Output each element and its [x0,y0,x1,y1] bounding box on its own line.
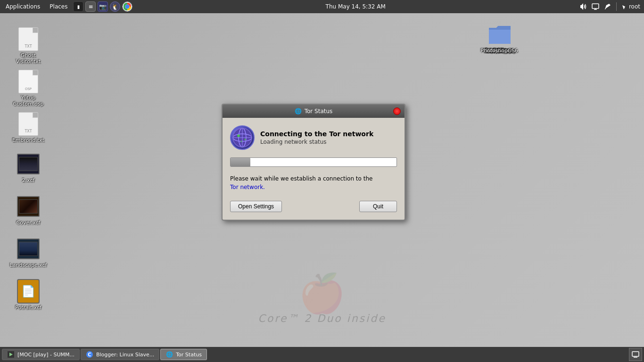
browser-panel-icon[interactable]: 🐧 [110,1,120,12]
panel-app-icons: ▮ ≡ 📷 🐧 [73,1,132,12]
potrait-icon: 📄 [17,280,40,303]
desktop-icon-yutup[interactable]: OSP Yutup Custom.osp [7,68,50,109]
dialog-message: Please wait while we establish a connect… [230,174,397,191]
terminal-panel-icon[interactable]: ▮ [73,1,83,12]
cover-label: Cover.xcf [17,220,41,226]
places-menu[interactable]: Places [46,2,71,11]
desktop: Applications Places ▮ ≡ 📷 🐧 [0,0,644,362]
dialog-status: Loading network status [260,139,373,145]
user-label: root [620,3,640,10]
dialog-header-row: Connecting to the Tor network Loading ne… [230,125,397,150]
svg-point-13 [244,139,246,140]
dialog-heading: Connecting to the Tor network [260,130,373,138]
embrond-label: Embrond.txt [12,137,44,143]
desktop-icon-cover[interactable]: Cover.xcf [7,193,50,228]
dialog-close-button[interactable] [393,107,401,115]
tor-status-dialog: 🌐 Tor Status [222,104,405,221]
taskbar-show-desktop[interactable] [629,348,642,361]
ghost-visitor-icon: TXT [17,28,40,50]
svg-rect-3 [592,4,599,8]
top-panel: Applications Places ▮ ≡ 📷 🐧 [0,0,644,13]
landscape-icon [17,238,40,260]
panel-separator [616,2,617,11]
moc-taskbar-icon [7,351,15,358]
progress-bar-container [230,157,397,167]
dialog-message-line1: Please wait while we establish a connect… [230,175,372,182]
blogger-taskbar-icon: C [86,351,93,358]
svg-point-12 [237,134,240,137]
applications-menu[interactable]: Applications [2,2,44,11]
yutup-label: Yutup Custom.osp [9,95,48,107]
open-settings-button[interactable]: Open Settings [230,201,282,212]
svg-point-2 [126,5,129,8]
panel-datetime: Thu May 14, 5:32 AM [132,3,578,10]
svg-text:C: C [88,352,91,357]
dialog-buttons: Open Settings Quit [230,201,397,212]
taskbar-item-blogger[interactable]: C Blogger: Linux Slave... [81,349,159,360]
dialog-title: 🌐 Tor Status [234,108,393,115]
potrait-label: Potrait.xcf [15,304,41,311]
taskbar: [MOC [play] - SUMM... C Blogger: Linux S… [0,347,644,362]
desktop-icon-landscape[interactable]: Landscape.xcf [7,236,50,270]
volume-icon[interactable] [578,2,588,11]
dialog-body: Connecting to the Tor network Loading ne… [223,118,405,220]
pen-icon[interactable] [603,2,612,11]
blogger-taskbar-label: Blogger: Linux Slave... [96,352,154,358]
svg-rect-19 [632,352,639,356]
files-panel-icon[interactable]: ≡ [85,1,96,12]
taskbar-item-moc[interactable]: [MOC [play] - SUMM... [2,349,80,360]
tor-globe-icon [230,125,255,150]
tor-taskbar-icon: 🌐 [165,351,173,358]
desktop-icon-photoshopcs6[interactable]: PhotoshopCS6 [478,21,520,56]
photoshop-folder-icon [488,23,511,46]
tor-taskbar-label: Tor Status [176,352,202,358]
watermark-tagline: Core™ 2 Duo inside [258,313,386,324]
desktop-watermark: 🍎 Core™ 2 Duo inside [258,275,386,324]
desktop-icon-embrond[interactable]: TXT Embrond.txt [7,111,50,145]
panel-left: Applications Places ▮ ≡ 📷 🐧 [0,1,132,12]
dialog-title-icon: 🌐 [295,108,302,115]
cover-icon [17,195,40,218]
progress-bar-fill [231,158,250,166]
dialog-header-text: Connecting to the Tor network Loading ne… [260,130,373,145]
landscape-label: Landscape.xcf [10,262,47,268]
panel-right: root [578,2,644,11]
screenshot-panel-icon[interactable]: 📷 [98,1,108,12]
ghost-visitor-label: Ghost Visitor.txt [9,52,48,65]
chrome-panel-icon[interactable] [122,1,132,12]
2xcf-icon [17,153,40,175]
svg-point-14 [240,140,242,142]
dialog-title-text: Tor Status [305,108,333,115]
embrond-icon: TXT [17,113,40,135]
photoshop-label: PhotoshopCS6 [480,48,518,54]
desktop-icon-2xcf[interactable]: 2.xcf [7,151,50,185]
quit-button[interactable]: Quit [359,201,397,212]
dialog-message-line2: Tor network. [230,184,265,190]
2xcf-label: 2.xcf [22,177,35,183]
taskbar-right [629,348,642,361]
taskbar-item-tor[interactable]: 🌐 Tor Status [160,349,207,360]
desktop-icon-potrait[interactable]: 📄 Potrait.xcf [7,278,50,313]
moc-taskbar-label: [MOC [play] - SUMM... [17,352,74,358]
yutup-icon: OSP [17,70,40,93]
desktop-icon-ghost-visitor[interactable]: TXT Ghost Visitor.txt [7,26,50,66]
dialog-titlebar: 🌐 Tor Status [223,105,405,118]
display-icon[interactable] [591,2,600,11]
